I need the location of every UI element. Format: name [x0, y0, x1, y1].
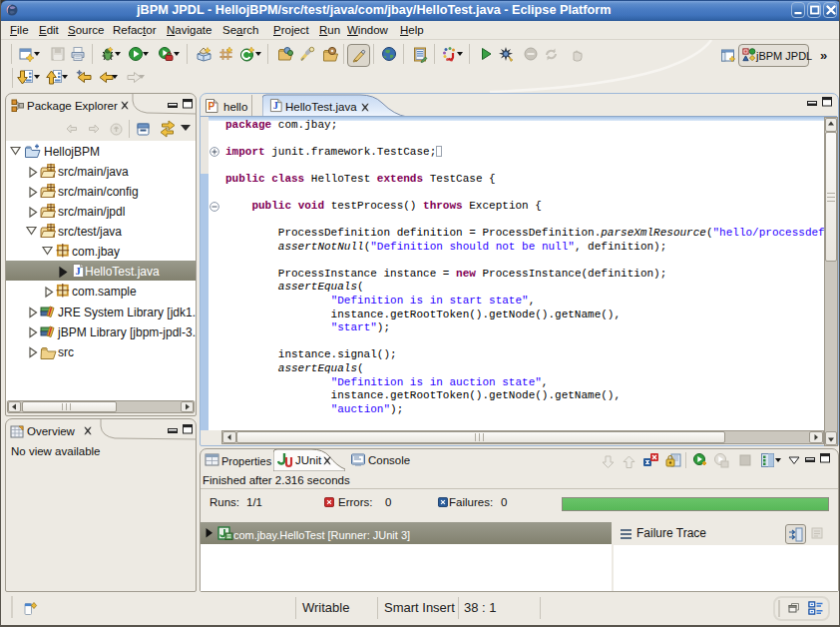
- svg-text:P: P: [209, 101, 215, 112]
- svg-text:J: J: [75, 266, 80, 277]
- svg-text:J: J: [273, 100, 278, 111]
